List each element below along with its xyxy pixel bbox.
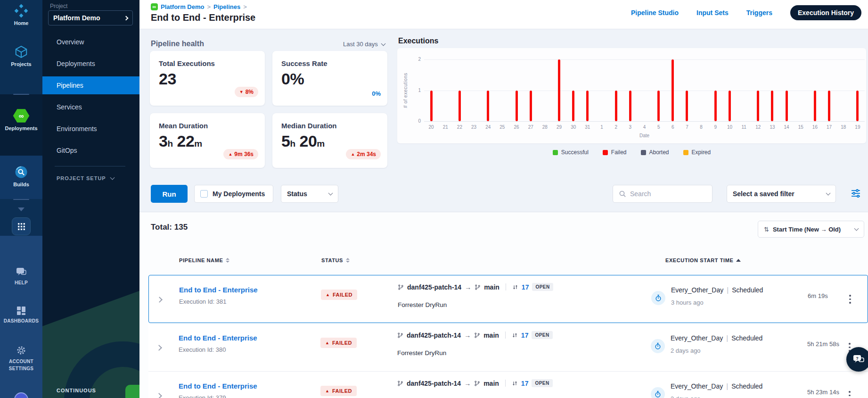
sidebar-item-services[interactable]: Services — [42, 96, 139, 118]
schedule-info: Every_Other_Day | Scheduled — [671, 382, 762, 390]
pipeline-name-link[interactable]: End to End - Enterprise — [179, 382, 257, 390]
rail-item-dashboards[interactable]: DASHBOARDS — [0, 306, 42, 323]
project-setup-label: PROJECT SETUP — [57, 175, 106, 181]
saved-filter-label: Select a saved filter — [733, 190, 827, 198]
git-branch-icon — [475, 284, 481, 290]
collapse-chevron-icon[interactable] — [18, 207, 25, 211]
arrow-icon: → — [465, 283, 471, 291]
column-label: PIPELINE NAME — [179, 257, 223, 263]
row-menu-button[interactable] — [847, 293, 853, 306]
x-tick-label: 11 — [741, 124, 746, 130]
schedule-type: Scheduled — [731, 334, 762, 342]
sidebar-item-overview[interactable]: Overview — [42, 31, 139, 53]
project-selector[interactable]: Platform Demo — [48, 10, 133, 25]
sidebar-item-gitops[interactable]: GitOps — [42, 140, 139, 161]
column-execution-start-time[interactable]: EXECUTION START TIME — [665, 257, 741, 263]
sidebar-divider — [55, 166, 125, 166]
chart-bar — [657, 91, 660, 122]
filter-panel-button[interactable] — [850, 188, 861, 201]
breadcrumb-project-link[interactable]: Platform Demo — [161, 3, 204, 10]
legend-item[interactable]: Aborted — [641, 149, 669, 156]
schedule-name: Every_Other_Day — [671, 382, 723, 390]
row-menu-button[interactable] — [847, 389, 852, 398]
gear-icon — [0, 345, 42, 356]
source-branch[interactable]: danf425-patch-14 — [407, 283, 461, 291]
my-deployments-label: My Deployments — [213, 190, 265, 198]
legend-item[interactable]: Successful — [553, 149, 589, 156]
pr-state-badge: OPEN — [532, 331, 552, 339]
pr-number-link[interactable]: 17 — [521, 380, 529, 387]
chart-bar — [771, 91, 773, 122]
execution-row[interactable]: End to End - Enterprise Execution Id: 37… — [148, 372, 868, 398]
tab-pipeline-studio[interactable]: Pipeline Studio — [631, 9, 679, 17]
expand-chevron-icon[interactable] — [156, 297, 163, 303]
column-pipeline-name[interactable]: PIPELINE NAME — [179, 257, 229, 263]
legend-label: Aborted — [649, 149, 669, 156]
trend-up-icon: ▲ — [228, 152, 232, 157]
expand-chevron-icon[interactable] — [156, 345, 162, 351]
breadcrumb-pipelines-link[interactable]: Pipelines — [213, 3, 240, 10]
sort-asc-icon — [736, 259, 741, 262]
rail-item-builds[interactable]: Builds — [0, 165, 42, 187]
rail-item-projects[interactable]: Projects — [0, 45, 42, 67]
y-tick-label: 2 — [413, 57, 421, 62]
duration: 5h 23m 14s — [807, 388, 839, 397]
tab-triggers[interactable]: Triggers — [746, 9, 772, 17]
source-branch[interactable]: danf425-patch-14 — [407, 332, 461, 339]
execution-row[interactable]: End to End - Enterprise Execution Id: 38… — [148, 275, 868, 323]
rail-item-account-settings[interactable]: ACCOUNT SETTINGS — [0, 345, 42, 372]
rail-item-help[interactable]: ? HELP — [0, 266, 42, 285]
pull-request-icon — [512, 380, 518, 387]
stat-value: 0% — [281, 70, 304, 88]
x-tick-label: 6 — [671, 124, 674, 130]
sidebar-item-pipelines[interactable]: Pipelines — [42, 76, 139, 94]
my-deployments-filter[interactable]: My Deployments — [194, 185, 273, 203]
scheduled-trigger-icon — [651, 339, 665, 353]
sidebar-item-environments[interactable]: Environments — [42, 118, 139, 140]
project-sidebar: Project Platform Demo Overview Deploymen… — [42, 0, 139, 398]
execution-row[interactable]: End to End - Enterprise Execution Id: 38… — [148, 323, 868, 372]
stat-value: 23 — [159, 70, 176, 88]
executions-chart-title: Executions — [398, 37, 438, 45]
legend-item[interactable]: Expired — [683, 149, 711, 156]
tab-input-sets[interactable]: Input Sets — [696, 9, 729, 17]
sort-dropdown[interactable]: ⇅ Start Time (New → Old) — [758, 221, 864, 238]
x-tick-label: 22 — [457, 124, 462, 130]
legend-swatch-icon — [603, 150, 608, 155]
trend-value: 8% — [246, 89, 254, 95]
saved-filter-dropdown[interactable]: Select a saved filter — [727, 185, 836, 203]
time-range-dropdown[interactable]: Last 30 days — [343, 41, 385, 48]
target-branch[interactable]: main — [484, 283, 500, 291]
project-setup-toggle[interactable]: PROJECT SETUP — [57, 175, 114, 181]
help-chat-icon: ? — [0, 266, 42, 278]
pipeline-name-link[interactable]: End to End - Enterprise — [179, 286, 258, 294]
legend-item[interactable]: Failed — [603, 149, 627, 156]
expand-chevron-icon[interactable] — [156, 393, 162, 398]
start-time: 3 hours ago — [671, 299, 704, 306]
rail-item-deployments[interactable]: ∞ Deployments — [0, 108, 42, 131]
x-tick-label: 9 — [714, 124, 717, 130]
sidebar-item-deployments[interactable]: Deployments — [42, 53, 139, 75]
module-grid-button[interactable] — [12, 217, 31, 235]
target-branch[interactable]: main — [483, 332, 499, 339]
pr-number-link[interactable]: 17 — [521, 332, 529, 339]
rail-item-home[interactable]: Home — [0, 4, 42, 26]
trend-up-icon: ▲ — [351, 152, 355, 157]
tab-execution-history[interactable]: Execution History — [790, 5, 861, 20]
trend-badge: ▲ 9m 36s — [223, 149, 258, 159]
trigger-name: Forrester DryRun — [398, 301, 447, 308]
chart-bar — [629, 91, 631, 122]
stat-label: Median Duration — [281, 122, 337, 130]
source-branch[interactable]: danf425-patch-14 — [407, 380, 461, 387]
target-branch[interactable]: main — [483, 380, 499, 387]
status-dropdown[interactable]: Status — [281, 185, 338, 203]
column-status[interactable]: STATUS — [321, 257, 350, 263]
status-badge: ▲ FAILED — [321, 290, 357, 300]
checkbox-icon[interactable] — [200, 190, 208, 198]
pr-number-link[interactable]: 17 — [522, 283, 529, 291]
help-chat-fab[interactable]: ? — [846, 347, 868, 372]
run-button[interactable]: Run — [151, 185, 188, 203]
git-branch-icon — [474, 380, 480, 387]
pipeline-name-link[interactable]: End to End - Enterprise — [179, 334, 257, 342]
search-input[interactable] — [630, 190, 701, 198]
